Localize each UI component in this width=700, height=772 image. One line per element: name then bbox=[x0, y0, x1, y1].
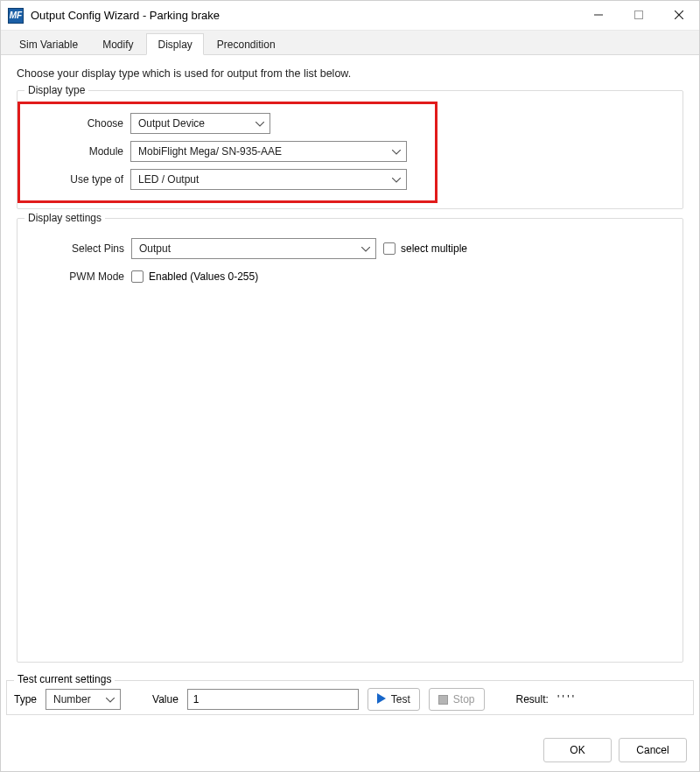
row-pwm-mode: PWM Mode Enabled (Values 0-255) bbox=[26, 264, 674, 289]
row-choose: Choose Output Device bbox=[25, 111, 430, 136]
display-settings-group: Display settings Select Pins Output sele… bbox=[17, 218, 683, 663]
display-type-legend: Display type bbox=[24, 84, 88, 96]
input-test-value-text: 1 bbox=[193, 693, 200, 705]
button-test-label: Test bbox=[391, 693, 410, 705]
row-select-pins: Select Pins Output select multiple bbox=[26, 236, 674, 261]
combo-use-type[interactable]: LED / Output bbox=[130, 169, 407, 190]
minimize-icon bbox=[594, 9, 603, 22]
checkbox-pwm-enabled-label: Enabled (Values 0-255) bbox=[149, 270, 258, 283]
minimize-button[interactable] bbox=[578, 1, 619, 30]
combo-module[interactable]: MobiFlight Mega/ SN-935-AAE bbox=[130, 141, 407, 162]
highlight-box: Choose Output Device Module MobiFlight M… bbox=[18, 102, 438, 203]
row-module: Module MobiFlight Mega/ SN-935-AAE bbox=[25, 139, 430, 164]
window-controls bbox=[578, 1, 699, 30]
chevron-down-icon bbox=[392, 145, 401, 158]
label-pwm-mode: PWM Mode bbox=[26, 270, 131, 283]
close-button[interactable] bbox=[659, 1, 699, 30]
tab-modify[interactable]: Modify bbox=[91, 33, 144, 54]
button-test[interactable]: Test bbox=[368, 688, 420, 711]
row-use-type: Use type of LED / Output bbox=[25, 167, 430, 192]
label-choose: Choose bbox=[25, 117, 130, 130]
tab-sim-variable[interactable]: Sim Variable bbox=[8, 33, 89, 54]
window-title: Output Config Wizard - Parking brake bbox=[31, 9, 220, 22]
label-test-type: Type bbox=[14, 693, 37, 705]
svg-marker-4 bbox=[377, 693, 386, 704]
value-result: ' ' ' ' bbox=[557, 693, 574, 705]
label-module: Module bbox=[25, 145, 130, 158]
titlebar: MF Output Config Wizard - Parking brake bbox=[1, 1, 699, 31]
combo-test-type-value: Number bbox=[53, 693, 91, 705]
chevron-down-icon bbox=[392, 173, 401, 186]
combo-select-pins-value: Output bbox=[139, 242, 171, 255]
play-icon bbox=[377, 693, 386, 706]
label-result: Result: bbox=[516, 693, 549, 705]
app-icon: MF bbox=[8, 8, 24, 24]
combo-module-value: MobiFlight Mega/ SN-935-AAE bbox=[138, 145, 282, 158]
button-stop[interactable]: Stop bbox=[429, 688, 485, 711]
chevron-down-icon bbox=[106, 693, 115, 705]
maximize-button[interactable] bbox=[619, 1, 659, 30]
button-stop-label: Stop bbox=[453, 693, 475, 705]
svg-rect-1 bbox=[635, 11, 643, 19]
close-icon bbox=[675, 9, 683, 22]
chevron-down-icon bbox=[256, 117, 264, 130]
combo-test-type[interactable]: Number bbox=[46, 689, 121, 710]
test-row: Type Number Value 1 Test Stop Result: ' … bbox=[14, 686, 686, 712]
test-settings-legend: Test current settings bbox=[14, 673, 115, 685]
label-select-pins: Select Pins bbox=[26, 242, 131, 255]
dialog-buttons: OK Cancel bbox=[543, 738, 687, 762]
checkbox-box-icon bbox=[131, 270, 144, 283]
maximize-icon bbox=[634, 9, 643, 22]
tab-display[interactable]: Display bbox=[146, 33, 203, 55]
ok-button[interactable]: OK bbox=[543, 738, 612, 762]
checkbox-select-multiple-label: select multiple bbox=[401, 242, 467, 255]
label-use-type: Use type of bbox=[25, 173, 130, 186]
chevron-down-icon bbox=[361, 242, 370, 255]
checkbox-pwm-enabled[interactable]: Enabled (Values 0-255) bbox=[131, 270, 258, 283]
cancel-button[interactable]: Cancel bbox=[619, 738, 687, 762]
stop-icon bbox=[438, 695, 448, 705]
checkbox-box-icon bbox=[383, 242, 396, 255]
dialog-body: Choose your display type which is used f… bbox=[1, 55, 699, 729]
combo-choose-value: Output Device bbox=[138, 117, 205, 130]
combo-use-type-value: LED / Output bbox=[138, 173, 199, 186]
test-settings-group: Test current settings Type Number Value … bbox=[6, 680, 694, 715]
input-test-value[interactable]: 1 bbox=[187, 689, 359, 710]
intro-text: Choose your display type which is used f… bbox=[17, 67, 683, 80]
display-settings-legend: Display settings bbox=[24, 212, 105, 224]
tab-precondition[interactable]: Precondition bbox=[206, 33, 287, 54]
combo-select-pins[interactable]: Output bbox=[131, 238, 376, 259]
label-test-value: Value bbox=[152, 693, 178, 705]
display-type-group: Display type Choose Output Device Module… bbox=[17, 90, 683, 209]
combo-choose[interactable]: Output Device bbox=[130, 113, 270, 134]
tabstrip: Sim Variable Modify Display Precondition bbox=[1, 31, 699, 55]
checkbox-select-multiple[interactable]: select multiple bbox=[383, 242, 467, 255]
